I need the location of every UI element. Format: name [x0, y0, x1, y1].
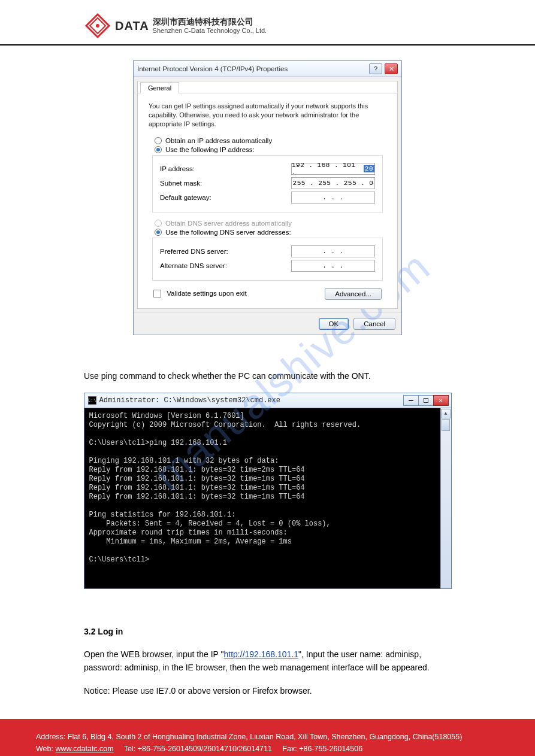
alternate-dns-label: Alternate DNS server:: [160, 262, 227, 269]
radio-obtain-ip-auto[interactable]: [155, 137, 162, 144]
cmd-titlebar: C:\ Administrator: C:\Windows\system32\c…: [84, 393, 451, 408]
radio-obtain-dns-auto: [155, 220, 162, 227]
default-gateway-input[interactable]: . . .: [291, 192, 375, 204]
page-footer: Address: Flat 6, Bldg 4, South 2 of Hong…: [0, 719, 535, 756]
subnet-mask-input[interactable]: 255 . 255 . 255 . 0: [291, 177, 375, 189]
validate-settings-label: Validate settings upon exit: [167, 290, 246, 297]
dialog-help-button[interactable]: ?: [369, 63, 382, 74]
login-para-prefix: Open the WEB browser, input the IP ": [84, 649, 224, 659]
ping-instruction-text: Use ping command to check whether the PC…: [0, 371, 535, 381]
cmd-window: C:\ Administrator: C:\Windows\system32\c…: [84, 393, 452, 589]
footer-website[interactable]: www.cdatatc.com: [55, 745, 113, 753]
cancel-button[interactable]: Cancel: [353, 318, 395, 330]
company-name-en: Shenzhen C-Data Technology Co., Ltd.: [153, 27, 267, 35]
radio-use-dns[interactable]: [155, 229, 162, 236]
radio-use-ip-label: Use the following IP address:: [165, 146, 255, 153]
browser-notice: Notice: Please use IE7.0 or above versio…: [84, 684, 451, 697]
validate-settings-checkbox[interactable]: [153, 290, 161, 297]
dialog-close-button[interactable]: ✕: [385, 63, 398, 74]
ont-ip-link[interactable]: http://192.168.101.1: [224, 649, 299, 659]
footer-address-label: Address:: [36, 733, 65, 741]
svg-point-2: [96, 24, 99, 28]
doc-header: DATA 深圳市西迪特科技有限公司 Shenzhen C-Data Techno…: [0, 12, 535, 45]
dialog-description: You can get IP settings assigned automat…: [149, 102, 386, 129]
ip-address-value-selected: 20: [364, 165, 374, 172]
cmd-icon: C:\: [88, 396, 96, 405]
scroll-thumb[interactable]: [442, 419, 450, 431]
footer-tel: +86-755-26014509/26014710/26014711: [138, 745, 272, 753]
preferred-dns-input[interactable]: . . .: [291, 245, 375, 257]
scroll-up-icon[interactable]: ▲: [441, 409, 451, 418]
radio-use-ip[interactable]: [155, 146, 162, 153]
ip-address-input[interactable]: 192 . 168 . 101 . 20: [291, 163, 375, 175]
section-body: 3.2 Log in Open the WEB browser, input t…: [0, 625, 535, 698]
dialog-titlebar: Internet Protocol Version 4 (TCP/IPv4) P…: [134, 61, 401, 77]
cmd-maximize-button[interactable]: [418, 395, 434, 406]
radio-obtain-dns-auto-label: Obtain DNS server address automatically: [165, 220, 292, 227]
company-name-cn: 深圳市西迪特科技有限公司: [153, 17, 267, 27]
footer-address: Flat 6, Bldg 4, South 2 of Honghualing I…: [68, 733, 463, 741]
section-heading: 3.2 Log in: [84, 627, 123, 636]
footer-fax: +86-755-26014506: [299, 745, 362, 753]
preferred-dns-label: Preferred DNS server:: [160, 248, 228, 255]
footer-web-label: Web:: [36, 745, 53, 753]
dialog-title: Internet Protocol Version 4 (TCP/IPv4) P…: [137, 65, 288, 72]
cmd-output: Microsoft Windows [Version 6.1.7601] Cop…: [84, 408, 440, 588]
logo-diamond-icon: [84, 12, 111, 40]
company-logo: DATA 深圳市西迪特科技有限公司 Shenzhen C-Data Techno…: [84, 12, 267, 40]
advanced-button[interactable]: Advanced...: [325, 288, 382, 300]
login-paragraph: Open the WEB browser, input the IP "http…: [84, 648, 451, 675]
ipv4-properties-dialog: Internet Protocol Version 4 (TCP/IPv4) P…: [133, 60, 402, 335]
ip-address-value-prefix: 192 . 168 . 101 .: [292, 162, 364, 176]
cmd-minimize-button[interactable]: [403, 395, 419, 406]
subnet-mask-label: Subnet mask:: [160, 180, 202, 187]
default-gateway-label: Default gateway:: [160, 194, 211, 201]
ip-address-label: IP address:: [160, 165, 195, 172]
logo-text: DATA: [115, 19, 149, 33]
ok-button[interactable]: OK: [319, 318, 349, 330]
tab-general[interactable]: General: [140, 82, 179, 93]
footer-fax-label: Fax:: [282, 745, 297, 753]
radio-obtain-ip-auto-label: Obtain an IP address automatically: [165, 137, 272, 144]
alternate-dns-input[interactable]: . . .: [291, 260, 375, 272]
validate-settings-row: Validate settings upon exit: [153, 290, 247, 297]
cmd-scrollbar[interactable]: ▲: [440, 408, 451, 588]
footer-tel-label: Tel:: [124, 745, 135, 753]
cmd-close-button[interactable]: ✕: [433, 395, 449, 406]
cmd-title: Administrator: C:\Windows\system32\cmd.e…: [99, 396, 280, 405]
radio-use-dns-label: Use the following DNS server addresses:: [165, 229, 291, 236]
